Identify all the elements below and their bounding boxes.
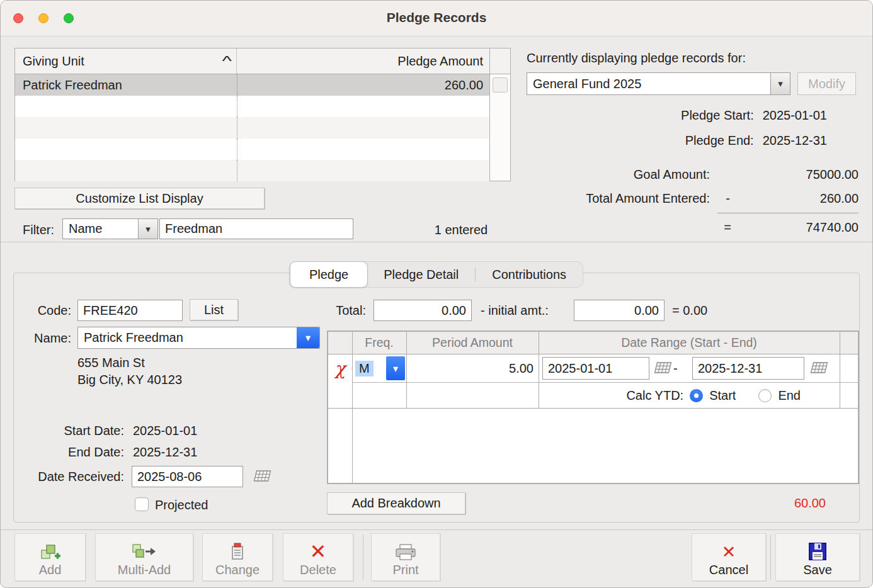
- calc-ytd-start-radio[interactable]: [690, 389, 703, 402]
- giving-unit-column-label: Giving Unit: [23, 54, 84, 69]
- multi-add-button[interactable]: Multi-Add: [95, 533, 193, 581]
- address-line-1: 655 Main St: [77, 354, 145, 371]
- name-label: Name:: [13, 327, 71, 349]
- print-button[interactable]: Print: [371, 533, 440, 581]
- calendar-icon[interactable]: [808, 361, 828, 376]
- start-date-label: Start Date:: [13, 424, 124, 438]
- pledge-start-label: Pledge Start:: [681, 108, 754, 123]
- filter-field-select[interactable]: Name ▾: [62, 218, 158, 239]
- total-label: Total:: [327, 300, 366, 321]
- customize-list-display-button[interactable]: Customize List Display: [14, 188, 265, 209]
- calc-ytd-end-label: End: [778, 388, 801, 403]
- grid-line: [328, 408, 858, 409]
- filter-label: Filter:: [23, 219, 54, 240]
- chevron-down-icon: ▾: [393, 363, 398, 375]
- grid-line: [840, 332, 840, 408]
- code-label: Code:: [13, 300, 71, 321]
- giving-unit-table-header: Giving Unit ^ Pledge Amount: [15, 48, 489, 74]
- chevron-down-icon: ▾: [778, 78, 783, 89]
- save-button-label: Save: [803, 563, 832, 577]
- filter-dropdown-button[interactable]: ▾: [138, 219, 157, 239]
- tab-pledge[interactable]: Pledge: [290, 261, 368, 288]
- multi-add-button-label: Multi-Add: [118, 563, 171, 577]
- goal-amount-label: Goal Amount:: [634, 167, 710, 182]
- initial-result: = 0.00: [672, 300, 707, 321]
- freq-dropdown-button[interactable]: ▾: [386, 356, 405, 380]
- name-dropdown-button[interactable]: ▾: [297, 327, 319, 348]
- sort-ascending-icon: ^: [222, 54, 231, 68]
- table-row-empty: [15, 139, 489, 160]
- range-start-input[interactable]: [542, 357, 649, 380]
- breakdown-header-period-amount: Period Amount: [406, 332, 539, 354]
- add-breakdown-button[interactable]: Add Breakdown: [327, 492, 465, 514]
- projected-label: Projected: [155, 497, 208, 512]
- tab-contributions[interactable]: Contributions: [476, 262, 583, 287]
- pledge-start-value: 2025-01-01: [763, 108, 827, 123]
- toolbar-separator: [363, 534, 363, 580]
- titlebar: Pledge Records: [1, 1, 872, 37]
- toolbar-separator: [770, 534, 771, 580]
- freq-cell[interactable]: M ▾: [353, 354, 406, 382]
- initial-amount-label: - initial amt.:: [481, 300, 549, 321]
- period-total: 60.00: [731, 496, 826, 511]
- tab-strip: Pledge Pledge Detail Contributions: [290, 261, 583, 288]
- print-button-label: Print: [392, 563, 418, 577]
- breakdown-header-freq: Freq.: [352, 332, 406, 354]
- section-divider: [1, 242, 872, 242]
- delete-x-icon: ✕: [310, 540, 327, 561]
- pledge-end-label: Pledge End:: [685, 133, 754, 148]
- goal-amount-value: 75000.00: [806, 167, 859, 182]
- calendar-icon[interactable]: [652, 361, 672, 376]
- table-row-empty: [15, 160, 489, 181]
- scrollbar[interactable]: [489, 48, 510, 181]
- delete-button-label: Delete: [300, 563, 336, 577]
- change-icon: [229, 540, 246, 561]
- tab-pledge-detail[interactable]: Pledge Detail: [367, 262, 475, 287]
- table-row[interactable]: Patrick Freedman 260.00: [15, 74, 489, 96]
- window-title: Pledge Records: [1, 10, 872, 25]
- initial-amount-input[interactable]: [574, 300, 665, 321]
- fund-dropdown-button[interactable]: ▾: [770, 73, 790, 94]
- calendar-icon[interactable]: [251, 469, 271, 484]
- filter-field-value: Name: [63, 219, 138, 239]
- date-received-input[interactable]: [132, 466, 243, 487]
- address-line-2: Big City, KY 40123: [77, 371, 182, 388]
- filter-input[interactable]: [159, 218, 353, 239]
- minus-sign: -: [726, 191, 730, 206]
- freq-value: M: [355, 361, 374, 376]
- chevron-down-icon: ▾: [305, 332, 311, 344]
- fund-heading: Currently displaying pledge records for:: [527, 51, 746, 65]
- delete-button[interactable]: ✕ Delete: [283, 533, 353, 581]
- range-dash: -: [673, 357, 678, 380]
- add-button[interactable]: Add: [14, 533, 86, 581]
- delete-row-icon[interactable]: χ: [328, 354, 352, 382]
- end-date-value: 2025-12-31: [133, 445, 197, 460]
- column-header-giving-unit[interactable]: Giving Unit ^: [15, 48, 237, 74]
- calc-ytd-end-radio[interactable]: [758, 389, 772, 402]
- equals-sign: =: [724, 220, 731, 235]
- name-select[interactable]: Patrick Freedman ▾: [77, 327, 320, 349]
- cancel-x-icon: ✕: [722, 540, 736, 561]
- total-input[interactable]: [374, 300, 472, 321]
- date-received-label: Date Received:: [7, 466, 124, 487]
- change-button[interactable]: Change: [202, 533, 273, 581]
- code-input[interactable]: [77, 300, 183, 321]
- fund-select[interactable]: General Fund 2025 ▾: [527, 72, 790, 95]
- period-amount-cell[interactable]: 5.00: [406, 354, 539, 382]
- list-button[interactable]: List: [190, 299, 238, 320]
- range-end-input[interactable]: [692, 357, 804, 380]
- pledge-amount-column-label: Pledge Amount: [397, 54, 483, 69]
- giving-unit-table-main: Giving Unit ^ Pledge Amount Patrick Free…: [15, 48, 489, 181]
- pledge-end-value: 2025-12-31: [763, 133, 827, 148]
- pledge-start-row: Pledge Start: 2025-01-01: [681, 108, 827, 123]
- add-icon: [40, 540, 61, 561]
- column-header-pledge-amount[interactable]: Pledge Amount: [237, 48, 489, 74]
- scrollbar-thumb[interactable]: [493, 77, 508, 93]
- table-row-empty: [15, 117, 489, 139]
- calc-ytd-row: Calc YTD: Start End: [541, 383, 837, 408]
- cancel-button-label: Cancel: [709, 563, 748, 577]
- projected-checkbox[interactable]: [135, 497, 149, 511]
- save-button[interactable]: Save: [775, 533, 860, 581]
- cancel-button[interactable]: ✕ Cancel: [692, 533, 766, 581]
- modify-button[interactable]: Modify: [797, 72, 856, 95]
